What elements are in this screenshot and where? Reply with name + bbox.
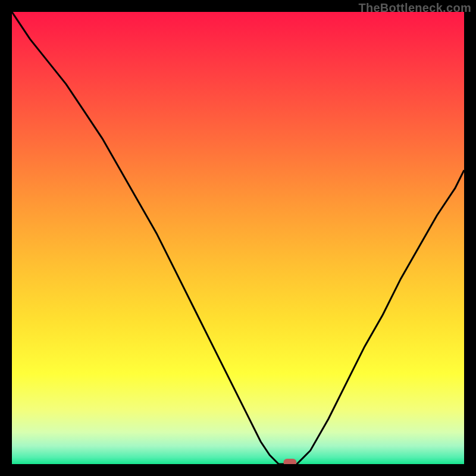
plot-area <box>12 12 464 464</box>
bottleneck-chart <box>12 12 464 464</box>
chart-container: TheBottleneck.com <box>0 0 476 476</box>
optimal-marker <box>283 459 296 464</box>
